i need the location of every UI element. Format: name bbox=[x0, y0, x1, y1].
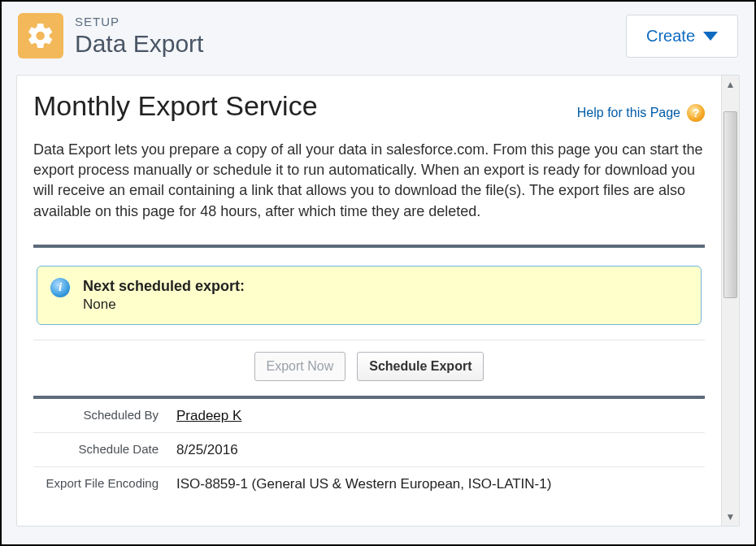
description-text: Data Export lets you prepare a copy of a… bbox=[33, 140, 705, 222]
detail-row-scheduled-by: Scheduled By Pradeep K bbox=[33, 399, 705, 433]
setup-label: SETUP bbox=[75, 15, 203, 28]
scheduled-by-link[interactable]: Pradeep K bbox=[176, 407, 241, 424]
create-button[interactable]: Create bbox=[626, 15, 738, 58]
help-icon: ? bbox=[687, 104, 705, 122]
header-left: SETUP Data Export bbox=[18, 13, 203, 58]
detail-row-encoding: Export File Encoding ISO-8859-1 (General… bbox=[33, 467, 705, 500]
help-link-label: Help for this Page bbox=[577, 106, 680, 120]
scroll-track[interactable] bbox=[722, 93, 739, 508]
actions-row: Export Now Schedule Export bbox=[33, 340, 705, 396]
next-export-label: Next scheduled export: bbox=[83, 278, 245, 295]
create-button-label: Create bbox=[646, 27, 695, 46]
scroll-thumb[interactable] bbox=[723, 111, 737, 298]
caret-down-icon bbox=[703, 32, 718, 41]
encoding-value: ISO-8859-1 (General US & Western Europea… bbox=[176, 475, 551, 492]
scrollbar[interactable]: ▲ ▼ bbox=[721, 76, 739, 526]
info-text: Next scheduled export: None bbox=[83, 278, 245, 313]
page-header: SETUP Data Export Create bbox=[2, 2, 754, 67]
schedule-section: i Next scheduled export: None Export Now… bbox=[33, 245, 705, 396]
scroll-up-icon[interactable]: ▲ bbox=[726, 79, 736, 90]
panel-content: Monthly Export Service Help for this Pag… bbox=[17, 76, 721, 526]
schedule-export-button[interactable]: Schedule Export bbox=[357, 352, 484, 381]
details-section: Scheduled By Pradeep K Schedule Date 8/2… bbox=[33, 396, 705, 500]
content-panel: Monthly Export Service Help for this Pag… bbox=[16, 75, 740, 526]
info-banner: i Next scheduled export: None bbox=[37, 266, 702, 325]
gear-icon bbox=[18, 13, 63, 58]
detail-row-schedule-date: Schedule Date 8/25/2016 bbox=[33, 433, 705, 467]
next-export-value: None bbox=[83, 297, 245, 313]
title-block: SETUP Data Export bbox=[75, 15, 203, 58]
scroll-down-icon[interactable]: ▼ bbox=[726, 511, 736, 522]
schedule-date-label: Schedule Date bbox=[38, 441, 176, 457]
scheduled-by-label: Scheduled By bbox=[38, 407, 176, 423]
page-title: Data Export bbox=[75, 30, 203, 58]
info-icon: i bbox=[50, 278, 70, 297]
schedule-date-value: 8/25/2016 bbox=[176, 441, 238, 458]
panel-header: Monthly Export Service Help for this Pag… bbox=[33, 90, 705, 122]
help-link[interactable]: Help for this Page ? bbox=[577, 104, 705, 122]
panel-title: Monthly Export Service bbox=[33, 90, 318, 122]
export-now-button[interactable]: Export Now bbox=[254, 352, 346, 381]
encoding-label: Export File Encoding bbox=[38, 475, 176, 492]
